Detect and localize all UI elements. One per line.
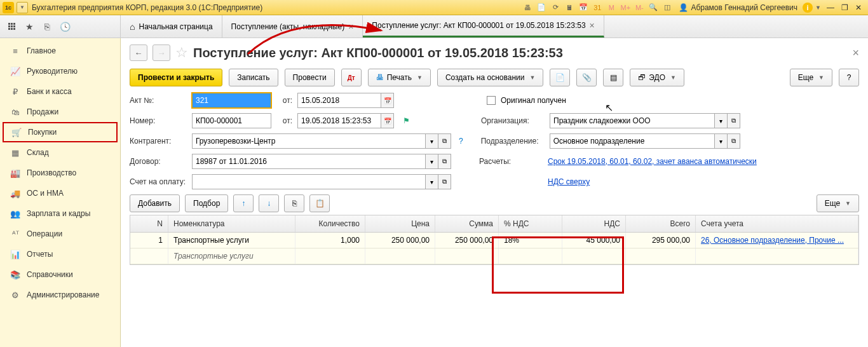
sidebar-item[interactable]: 📈Руководителю xyxy=(0,61,120,81)
sidebar-item[interactable]: ⚙Администрирование xyxy=(0,285,120,305)
contract-dropdown-icon[interactable]: ▾ xyxy=(426,154,438,169)
print-button[interactable]: 🖶Печать▼ xyxy=(368,69,431,86)
info-icon[interactable]: i xyxy=(803,3,813,13)
post-and-close-button[interactable]: Провести и закрыть xyxy=(130,69,222,86)
org-input[interactable] xyxy=(550,113,715,128)
edo-button[interactable]: 🗗ЭДО▼ xyxy=(630,69,684,86)
col-total[interactable]: Всего xyxy=(626,215,696,232)
org-dropdown-icon[interactable]: ▾ xyxy=(715,113,728,128)
date-icon[interactable]: 31 xyxy=(591,2,604,13)
invoice-dropdown-icon[interactable]: ▾ xyxy=(426,174,438,189)
settlement-link[interactable]: Срок 19.05.2018, 60.01, 60.02, зачет ава… xyxy=(548,157,757,166)
close-page-button[interactable]: × xyxy=(852,46,859,60)
accounts-link[interactable]: 26, Основное подразделение, Прочие ... xyxy=(701,236,844,245)
col-accounts[interactable]: Счета учета xyxy=(696,215,858,232)
invoice-open-icon[interactable]: ⧉ xyxy=(438,174,451,189)
tab[interactable]: ⌂Начальная страница xyxy=(121,15,222,37)
col-nomenclature[interactable]: Номенклатура xyxy=(168,215,295,232)
sidebar-item[interactable]: ≡Главное xyxy=(0,41,120,61)
sidebar-item[interactable]: 🚚ОС и НМА xyxy=(0,183,120,203)
apps-icon[interactable] xyxy=(5,20,18,33)
col-n[interactable]: N xyxy=(130,215,168,232)
doc-action-icon[interactable]: 📄 xyxy=(550,69,570,86)
original-received-checkbox[interactable] xyxy=(487,96,496,105)
mem-mplus[interactable]: M+ xyxy=(619,2,632,13)
refresh-icon[interactable]: ⟳ xyxy=(549,2,562,13)
col-vat[interactable]: НДС xyxy=(562,215,626,232)
copy-icon[interactable]: ⎘ xyxy=(284,194,304,212)
calc-icon[interactable]: 🖩 xyxy=(563,2,576,13)
division-open-icon[interactable]: ⧉ xyxy=(728,133,740,149)
sidebar-item[interactable]: 👥Зарплата и кадры xyxy=(0,203,120,224)
attach-icon[interactable]: 📎 xyxy=(576,69,597,86)
close-button[interactable]: ✕ xyxy=(851,2,865,13)
favorite-star-icon[interactable]: ☆ xyxy=(175,44,188,61)
col-price[interactable]: Цена xyxy=(365,215,435,232)
tab[interactable]: Поступление (акты, накладные)× xyxy=(222,15,363,37)
list-icon[interactable]: ▤ xyxy=(603,69,623,86)
tab-close-icon[interactable]: × xyxy=(348,22,353,32)
table-row[interactable]: Транспортные услуги xyxy=(130,248,858,264)
number-input[interactable] xyxy=(192,113,271,128)
col-quantity[interactable]: Количество xyxy=(295,215,365,232)
post-button[interactable]: Провести xyxy=(285,69,335,86)
akt-date-input[interactable] xyxy=(297,93,381,108)
calendar-picker-2-icon[interactable]: 📅 xyxy=(381,113,394,128)
invoice-input[interactable] xyxy=(192,174,426,189)
dt-kt-icon[interactable]: Дт xyxy=(341,69,362,86)
contractor-open-icon[interactable]: ⧉ xyxy=(438,133,451,149)
akt-number-input[interactable] xyxy=(192,93,271,108)
history-icon[interactable]: 🕓 xyxy=(58,20,71,33)
contract-input[interactable] xyxy=(192,154,426,169)
print-icon[interactable]: 🖶 xyxy=(521,2,534,13)
select-button[interactable]: Подбор xyxy=(185,194,228,212)
number-date-input[interactable] xyxy=(297,113,381,128)
green-flag-icon[interactable]: ⚑ xyxy=(403,116,410,125)
zoom-icon[interactable]: 🔍 xyxy=(647,2,660,13)
tab[interactable]: Поступление услуг: Акт КП00-000001 от 19… xyxy=(363,15,604,37)
save-button[interactable]: Записать xyxy=(229,69,278,86)
table-more-button[interactable]: Еще▼ xyxy=(817,194,859,212)
help-button[interactable]: ? xyxy=(839,69,859,86)
calendar-picker-icon[interactable]: 📅 xyxy=(381,93,394,108)
maximize-button[interactable]: ❐ xyxy=(837,2,851,13)
col-sum[interactable]: Сумма xyxy=(435,215,499,232)
sidebar-item[interactable]: 🛍Продажи xyxy=(0,102,120,122)
minimize-button[interactable]: — xyxy=(824,2,837,13)
contractor-dropdown-icon[interactable]: ▾ xyxy=(426,133,438,149)
table-row[interactable]: 1 Транспортные услуги 1,000 250 000,00 2… xyxy=(130,233,858,248)
more-button[interactable]: Еще▼ xyxy=(790,69,832,86)
contract-open-icon[interactable]: ⧉ xyxy=(438,154,451,169)
org-open-icon[interactable]: ⧉ xyxy=(728,113,740,128)
forward-button[interactable]: → xyxy=(153,44,170,61)
mem-m[interactable]: M xyxy=(605,2,618,13)
division-dropdown-icon[interactable]: ▾ xyxy=(715,133,728,149)
sidebar-item[interactable]: ᴬᵀОперации xyxy=(0,224,120,244)
mem-mminus[interactable]: M- xyxy=(633,2,646,13)
user-info[interactable]: 👤 Абрамов Геннадий Сергеевич xyxy=(679,3,797,12)
sidebar-item[interactable]: ₽Банк и касса xyxy=(0,81,120,102)
help-link-icon[interactable]: ? xyxy=(459,137,463,146)
move-down-icon[interactable]: ↓ xyxy=(259,194,279,212)
division-input[interactable] xyxy=(550,133,715,149)
vat-link[interactable]: НДС сверху xyxy=(548,177,590,186)
star-icon[interactable]: ★ xyxy=(23,20,36,33)
create-based-button[interactable]: Создать на основании▼ xyxy=(437,69,543,86)
sidebar-item[interactable]: 📚Справочники xyxy=(0,264,120,285)
move-up-icon[interactable]: ↑ xyxy=(233,194,254,212)
pin-icon[interactable]: ⎘ xyxy=(41,20,53,33)
tab-close-icon[interactable]: × xyxy=(590,20,595,31)
back-button[interactable]: ← xyxy=(130,44,147,61)
paste-icon[interactable]: 📋 xyxy=(309,194,330,212)
app-menu-dropdown[interactable]: ▼ xyxy=(17,2,28,13)
sidebar-item[interactable]: 🏭Производство xyxy=(0,163,120,183)
sidebar-item[interactable]: 🛒Покупки xyxy=(3,122,118,142)
contractor-input[interactable] xyxy=(192,133,426,149)
sidebar-item[interactable]: 📊Отчеты xyxy=(0,244,120,264)
doc-icon[interactable]: 📄 xyxy=(535,2,548,13)
add-row-button[interactable]: Добавить xyxy=(130,194,180,212)
calendar-icon[interactable]: 📅 xyxy=(577,2,590,13)
col-vat-percent[interactable]: % НДС xyxy=(499,215,562,232)
panel-icon[interactable]: ◫ xyxy=(661,2,674,13)
sidebar-item[interactable]: ▦Склад xyxy=(0,142,120,163)
